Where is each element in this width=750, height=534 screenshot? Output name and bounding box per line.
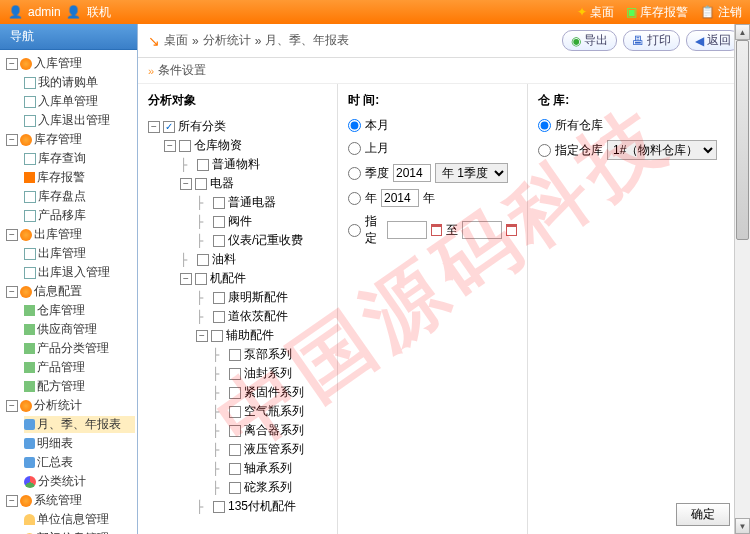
tree-node[interactable]: ├空气瓶系列 [148, 402, 327, 421]
quarter-year-input[interactable] [393, 164, 431, 182]
nav-item[interactable]: 入库单管理 [24, 93, 135, 110]
link-inventory-alert[interactable]: ▣库存报警 [626, 4, 688, 21]
breadcrumb-icon: ↘ [148, 33, 160, 49]
tree-node[interactable]: ├仪表/记重收费 [148, 231, 327, 250]
object-tree: −所有分类−仓库物资├普通物料−电器├普通电器├阀件├仪表/记重收费├油料−机配… [148, 117, 327, 516]
status-icon: 👤 [67, 5, 81, 19]
nav-item[interactable]: 库存盘点 [24, 188, 135, 205]
object-column: 分析对象 −所有分类−仓库物资├普通物料−电器├普通电器├阀件├仪表/记重收费├… [138, 84, 338, 534]
nav-tree: −入库管理我的请购单入库单管理入库退出管理−库存管理库存查询库存报警库存盘点产品… [0, 50, 137, 534]
nav-item[interactable]: 库存查询 [24, 150, 135, 167]
date-from-input[interactable] [387, 221, 427, 239]
bc-root[interactable]: 桌面 [164, 32, 188, 49]
nav-item[interactable]: 出库退入管理 [24, 264, 135, 281]
nav-item[interactable]: 月、季、年报表 [24, 416, 135, 433]
link-logout[interactable]: 📋注销 [700, 4, 742, 21]
nav-item[interactable]: 部门信息管理 [24, 530, 135, 534]
nav-item[interactable]: 出库管理 [24, 245, 135, 262]
radio-quarter[interactable] [348, 167, 361, 180]
tree-node[interactable]: ├阀件 [148, 212, 327, 231]
date-to-input[interactable] [462, 221, 502, 239]
warehouse-header: 仓 库: [538, 92, 739, 109]
nav-group[interactable]: −信息配置 [6, 283, 135, 300]
tree-node[interactable]: ├砣浆系列 [148, 478, 327, 497]
scroll-up-button[interactable]: ▲ [735, 24, 750, 40]
tree-node[interactable]: ├离合器系列 [148, 421, 327, 440]
tree-node[interactable]: ├油料 [148, 250, 327, 269]
tree-node[interactable]: −仓库物资 [148, 136, 327, 155]
radio-custom[interactable] [348, 224, 361, 237]
nav-item[interactable]: 产品管理 [24, 359, 135, 376]
nav-item[interactable]: 单位信息管理 [24, 511, 135, 528]
nav-item[interactable]: 库存报警 [24, 169, 135, 186]
scroll-thumb[interactable] [736, 40, 749, 240]
tree-node[interactable]: ├轴承系列 [148, 459, 327, 478]
radio-year[interactable] [348, 192, 361, 205]
radio-all-warehouse[interactable] [538, 119, 551, 132]
bc-mid[interactable]: 分析统计 [203, 32, 251, 49]
tree-node[interactable]: ├普通电器 [148, 193, 327, 212]
nav-item[interactable]: 分类统计 [24, 473, 135, 490]
radio-last-month[interactable] [348, 142, 361, 155]
tree-node[interactable]: ├康明斯配件 [148, 288, 327, 307]
nav-item[interactable]: 汇总表 [24, 454, 135, 471]
tree-node[interactable]: −机配件 [148, 269, 327, 288]
tree-node[interactable]: ├普通物料 [148, 155, 327, 174]
quarter-select[interactable]: 年 1季度 [435, 163, 508, 183]
tree-node[interactable]: ├紧固件系列 [148, 383, 327, 402]
nav-item[interactable]: 仓库管理 [24, 302, 135, 319]
time-header: 时 间: [348, 92, 517, 109]
scrollbar-vertical[interactable]: ▲ ▼ [734, 24, 750, 534]
nav-group[interactable]: −入库管理 [6, 55, 135, 72]
scroll-down-button[interactable]: ▼ [735, 518, 750, 534]
nav-group[interactable]: −系统管理 [6, 492, 135, 509]
sidebar: 导航 −入库管理我的请购单入库单管理入库退出管理−库存管理库存查询库存报警库存盘… [0, 24, 138, 534]
radio-specify-warehouse[interactable] [538, 144, 551, 157]
topbar: 👤 admin 👤 联机 ✦桌面 ▣库存报警 📋注销 [0, 0, 750, 24]
print-button[interactable]: 🖶打印 [623, 30, 680, 51]
nav-item[interactable]: 供应商管理 [24, 321, 135, 338]
tree-node[interactable]: ├道依茨配件 [148, 307, 327, 326]
bc-leaf: 月、季、年报表 [265, 32, 349, 49]
radio-this-month[interactable] [348, 119, 361, 132]
warehouse-select[interactable]: 1#（物料仓库） [607, 140, 717, 160]
status-text: 联机 [87, 4, 111, 21]
tree-node[interactable]: ├液压管系列 [148, 440, 327, 459]
confirm-button[interactable]: 确定 [676, 503, 730, 526]
content: 中国源码科技 ↘ 桌面 » 分析统计 » 月、季、年报表 ◉导出 🖶打印 ◀返回… [138, 24, 750, 534]
user-icon: 👤 [8, 5, 22, 19]
nav-item[interactable]: 明细表 [24, 435, 135, 452]
tree-node[interactable]: ├135付机配件 [148, 497, 327, 516]
nav-item[interactable]: 产品移库 [24, 207, 135, 224]
tree-node[interactable]: −所有分类 [148, 117, 327, 136]
back-button[interactable]: ◀返回 [686, 30, 740, 51]
tree-node[interactable]: −辅助配件 [148, 326, 327, 345]
breadcrumb-bar: ↘ 桌面 » 分析统计 » 月、季、年报表 ◉导出 🖶打印 ◀返回 [138, 24, 750, 58]
time-column: 时 间: 本月 上月 季度年 1季度 年年 指定至 [338, 84, 528, 534]
link-desktop[interactable]: ✦桌面 [577, 4, 614, 21]
year-input[interactable] [381, 189, 419, 207]
nav-group[interactable]: −分析统计 [6, 397, 135, 414]
nav-item[interactable]: 产品分类管理 [24, 340, 135, 357]
export-button[interactable]: ◉导出 [562, 30, 617, 51]
object-header: 分析对象 [148, 92, 327, 109]
nav-group[interactable]: −出库管理 [6, 226, 135, 243]
tree-node[interactable]: −电器 [148, 174, 327, 193]
tree-node[interactable]: ├油封系列 [148, 364, 327, 383]
sidebar-title: 导航 [0, 24, 137, 50]
nav-item[interactable]: 入库退出管理 [24, 112, 135, 129]
username: admin [28, 5, 61, 19]
warehouse-column: 仓 库: 所有仓库 指定仓库1#（物料仓库） [528, 84, 750, 534]
panel-title: » 条件设置 [138, 58, 750, 84]
calendar-icon[interactable] [431, 224, 442, 236]
nav-group[interactable]: −库存管理 [6, 131, 135, 148]
nav-item[interactable]: 我的请购单 [24, 74, 135, 91]
calendar-icon[interactable] [506, 224, 517, 236]
tree-node[interactable]: ├泵部系列 [148, 345, 327, 364]
chevron-icon: » [148, 65, 154, 77]
nav-item[interactable]: 配方管理 [24, 378, 135, 395]
